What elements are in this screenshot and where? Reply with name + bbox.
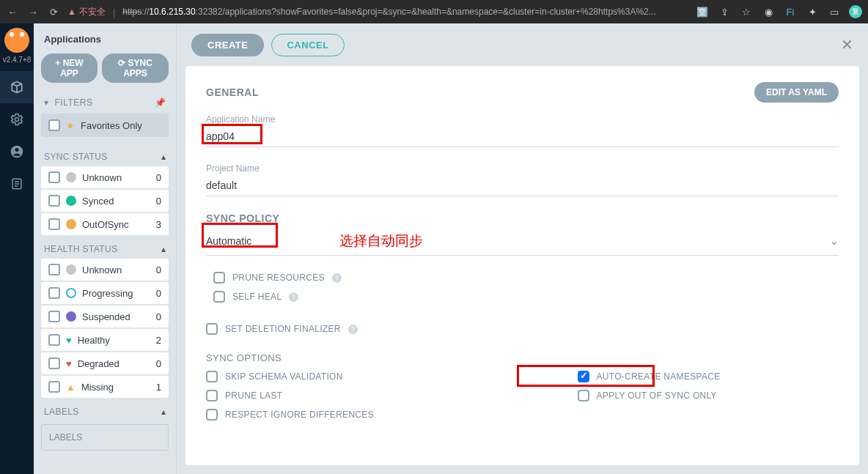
ico-susp-icon xyxy=(66,311,76,322)
rail-settings[interactable] xyxy=(0,103,34,136)
rail-docs[interactable] xyxy=(0,168,34,200)
insecure-badge: ▲ 不安全 xyxy=(67,6,106,18)
help-icon[interactable]: ? xyxy=(332,273,342,283)
health-filter-row[interactable]: Progressing0 xyxy=(41,282,169,304)
sync-option[interactable]: PRUNE LAST xyxy=(206,390,468,401)
health-filter-row[interactable]: ♥Healthy2 xyxy=(41,329,169,351)
filter-checkbox[interactable] xyxy=(48,195,60,207)
favorites-checkbox[interactable] xyxy=(48,119,60,131)
window-icon[interactable]: ▭ xyxy=(827,7,842,18)
field-application-name[interactable]: Application Name app04 app04 xyxy=(206,114,839,147)
forward-icon[interactable]: → xyxy=(26,7,40,18)
form-panel: GENERAL EDIT AS YAML Application Name ap… xyxy=(185,66,859,465)
ico-unknown-icon xyxy=(66,172,76,182)
sync-status-header[interactable]: SYNC STATUS▴ xyxy=(34,144,176,165)
ico-oos-icon xyxy=(66,219,76,229)
option-checkbox[interactable] xyxy=(578,390,589,401)
sync-option[interactable]: APPLY OUT OF SYNC ONLY xyxy=(578,390,839,401)
option-checkbox[interactable] xyxy=(206,390,218,401)
svg-point-0 xyxy=(15,118,19,122)
filter-icon: ▾ xyxy=(44,97,49,108)
extensions-icon[interactable]: ✦ xyxy=(805,7,820,18)
pin-icon[interactable]: 📌 xyxy=(155,97,166,108)
opt-set-deletion-finalizer[interactable]: SET DELETION FINALIZER? xyxy=(206,323,839,335)
cancel-button[interactable]: CANCEL xyxy=(271,34,344,56)
rail-applications[interactable] xyxy=(0,71,34,103)
star-icon[interactable]: ☆ xyxy=(739,7,754,18)
reload-icon[interactable]: ⟳ xyxy=(47,7,60,18)
filters-header: ▾ FILTERS 📌 xyxy=(34,92,176,114)
translate-icon[interactable]: 🈳 xyxy=(695,7,710,18)
filter-checkbox[interactable] xyxy=(48,218,60,230)
edit-as-yaml-button[interactable]: EDIT AS YAML xyxy=(754,82,839,103)
help-icon[interactable]: ? xyxy=(289,292,298,302)
section-general: GENERAL xyxy=(206,86,259,98)
health-filter-row[interactable]: Unknown0 xyxy=(41,259,169,281)
sync-option[interactable]: RESPECT IGNORE DIFFERENCES xyxy=(206,409,468,421)
share-icon[interactable]: ⇪ xyxy=(717,7,732,18)
sync-option[interactable]: AUTO-CREATE NAMESPACE xyxy=(578,371,839,382)
nav-rail: v2.4.7+8 xyxy=(0,23,34,474)
sidebar-title: Applications xyxy=(34,23,176,53)
health-filter-row[interactable]: ▲Missing1 xyxy=(41,376,169,398)
filter-checkbox[interactable] xyxy=(48,334,60,346)
health-icon: ♥ xyxy=(66,358,72,369)
option-checkbox[interactable] xyxy=(206,409,218,421)
sync-apps-button[interactable]: ⟳ SYNC APPS xyxy=(102,53,169,83)
filter-checkbox[interactable] xyxy=(48,381,60,393)
health-icon: ♥ xyxy=(66,335,72,346)
url-bar[interactable]: https://10.6.215.30:32382/applications?s… xyxy=(122,7,688,17)
back-icon[interactable]: ← xyxy=(6,7,19,18)
create-button[interactable]: CREATE xyxy=(191,34,264,56)
version-label: v2.4.7+8 xyxy=(3,56,32,64)
option-checkbox[interactable] xyxy=(206,371,218,382)
health-status-header[interactable]: HEALTH STATUS▴ xyxy=(34,237,176,257)
filter-checkbox[interactable] xyxy=(48,171,60,183)
eye-icon[interactable]: ◉ xyxy=(761,7,776,18)
labels-header[interactable]: LABELS▴ xyxy=(34,399,176,420)
field-project-name[interactable]: Project Name default xyxy=(206,163,839,196)
opt-self-heal[interactable]: SELF HEAL? xyxy=(213,291,839,303)
field-sync-policy[interactable]: Automatic Automatic 选择自动同步 ⌄ xyxy=(206,229,839,256)
option-checkbox[interactable] xyxy=(578,371,589,382)
help-icon[interactable]: ? xyxy=(348,325,358,334)
browser-bar: ← → ⟳ ▲ 不安全 | https://10.6.215.30:32382/… xyxy=(0,0,868,23)
plugin-icon[interactable]: Fi xyxy=(783,7,798,18)
sync-option[interactable]: SKIP SCHEMA VALIDATION xyxy=(206,371,468,382)
health-filter-row[interactable]: Suspended0 xyxy=(41,305,169,327)
create-app-panel: CREATE CANCEL ✕ GENERAL EDIT AS YAML App… xyxy=(176,23,868,474)
ico-prog-icon xyxy=(66,288,76,298)
section-sync-policy: SYNC POLICY xyxy=(206,212,839,224)
annotation-auto-sync: 选择自动同步 xyxy=(339,232,423,251)
labels-box[interactable]: LABELS xyxy=(41,424,169,451)
argo-logo[interactable] xyxy=(4,28,29,53)
favorites-filter[interactable]: ★ Favorites Only xyxy=(41,114,169,137)
close-icon[interactable]: ✕ xyxy=(841,36,853,53)
new-app-button[interactable]: + NEW APP xyxy=(41,53,98,83)
profile-avatar[interactable]: 复 xyxy=(849,5,862,18)
health-icon: ▲ xyxy=(66,382,76,393)
sync-filter-row[interactable]: Unknown0 xyxy=(41,166,169,188)
star-icon: ★ xyxy=(66,120,75,131)
filter-checkbox[interactable] xyxy=(48,358,60,369)
sidebar: Applications + NEW APP ⟳ SYNC APPS ▾ FIL… xyxy=(34,23,177,474)
opt-prune-resources[interactable]: PRUNE RESOURCES? xyxy=(213,272,839,284)
sync-filter-row[interactable]: Synced0 xyxy=(41,190,169,212)
health-filter-row[interactable]: ♥Degraded0 xyxy=(41,352,169,374)
filter-checkbox[interactable] xyxy=(48,264,60,275)
filter-checkbox[interactable] xyxy=(48,311,60,322)
filter-checkbox[interactable] xyxy=(48,287,60,299)
ico-sync-icon xyxy=(66,196,76,206)
ico-unknown-icon xyxy=(66,264,76,275)
section-sync-options: SYNC OPTIONS xyxy=(206,352,839,363)
svg-point-2 xyxy=(15,148,19,152)
chevron-down-icon[interactable]: ⌄ xyxy=(830,235,839,247)
rail-user[interactable] xyxy=(0,136,34,168)
sync-filter-row[interactable]: OutOfSync3 xyxy=(41,213,169,235)
